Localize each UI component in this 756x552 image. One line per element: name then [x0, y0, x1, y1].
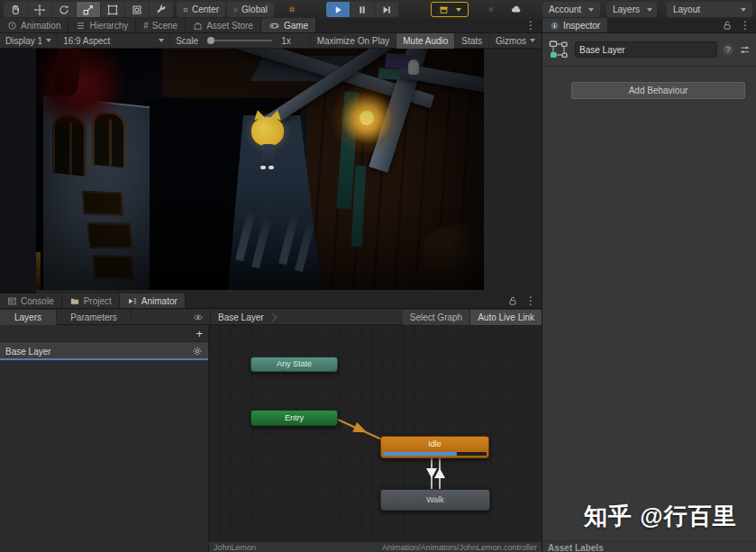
- tab-scene[interactable]: # Scene: [136, 18, 186, 32]
- layout-dropdown[interactable]: Layout: [667, 2, 752, 17]
- layout-label: Layout: [673, 5, 700, 14]
- account-dropdown[interactable]: Account: [542, 2, 600, 17]
- cloud-services-button[interactable]: [505, 2, 528, 17]
- transform-tools: [4, 2, 173, 17]
- snap-settings-button[interactable]: [281, 2, 303, 17]
- tab-label: Animator: [141, 296, 178, 306]
- breadcrumb-chevron-icon: [268, 313, 277, 322]
- state-node-walk[interactable]: Walk: [380, 489, 490, 511]
- space-toggle-button[interactable]: Global: [227, 2, 274, 17]
- animator-window-menu-icon[interactable]: ⋮: [525, 294, 536, 308]
- game-scene: [36, 49, 484, 290]
- gear-icon[interactable]: [192, 346, 203, 357]
- inspector-tabstrip: Inspector ⋮: [542, 19, 756, 33]
- mute-audio-toggle[interactable]: Mute Audio: [396, 33, 454, 49]
- tab-animator[interactable]: Animator: [120, 294, 186, 308]
- console-icon: [7, 296, 17, 306]
- hand-tool-icon[interactable]: [4, 2, 28, 17]
- layer-item-base-layer[interactable]: Base Layer: [0, 342, 208, 360]
- rect-tool-icon[interactable]: [101, 2, 125, 17]
- collab-box-icon: [438, 5, 450, 15]
- scale-label: Scale: [170, 33, 204, 49]
- pause-icon: [357, 5, 368, 15]
- play-button[interactable]: [326, 2, 351, 17]
- help-icon[interactable]: ?: [723, 44, 733, 55]
- layer-name-field[interactable]: [575, 41, 717, 58]
- account-caret-icon: [588, 8, 594, 12]
- play-icon: [332, 5, 343, 15]
- layout-caret-icon: [741, 8, 746, 12]
- add-behaviour-button[interactable]: Add Behaviour: [571, 82, 745, 99]
- state-machine-icon: [548, 39, 569, 60]
- custom-tool-icon[interactable]: [150, 2, 173, 17]
- stats-toggle[interactable]: Stats: [454, 33, 488, 49]
- scale-slider-knob[interactable]: [207, 37, 214, 44]
- pivot-toggle-button[interactable]: Center: [177, 2, 225, 17]
- move-tool-icon[interactable]: [28, 2, 52, 17]
- scale-tool-icon[interactable]: [77, 2, 101, 17]
- selected-object-name: JohnLemon: [214, 543, 256, 552]
- tab-label: Asset Store: [206, 21, 253, 31]
- scale-value: 1x: [276, 33, 296, 49]
- asset-labels-header[interactable]: Asset Labels: [542, 540, 756, 552]
- space-label: Global: [241, 5, 268, 14]
- maximize-on-play-toggle[interactable]: Maximize On Play: [310, 33, 396, 49]
- tab-label: Inspector: [563, 21, 600, 31]
- pivot-label: Center: [192, 5, 219, 14]
- layers-caret-icon: [647, 8, 652, 12]
- inspector-header: ?: [542, 33, 756, 67]
- layer-list-header: +: [0, 325, 208, 342]
- globe-icon: [233, 5, 238, 15]
- layers-dropdown[interactable]: Layers: [606, 2, 657, 17]
- account-label: Account: [549, 5, 581, 14]
- select-graph-button[interactable]: Select Graph: [403, 310, 470, 325]
- animator-tab-layers[interactable]: Layers: [0, 310, 57, 325]
- playmode-controls: [326, 2, 399, 17]
- collab-button[interactable]: [431, 2, 469, 17]
- lock-icon[interactable]: [722, 20, 733, 31]
- rotate-tool-icon[interactable]: [52, 2, 77, 17]
- entry-to-idle-arrow: [352, 422, 369, 438]
- pause-button[interactable]: [351, 2, 375, 17]
- center-pivot-icon: [183, 5, 188, 15]
- tab-asset-store[interactable]: Asset Store: [186, 18, 261, 32]
- aspect-dropdown[interactable]: 16:9 Aspect: [58, 33, 169, 49]
- state-machine-graph[interactable]: Any State Entry Idle Walk: [209, 325, 542, 541]
- graph-breadcrumb[interactable]: Base Layer: [211, 310, 283, 325]
- state-node-entry[interactable]: Entry: [250, 410, 338, 426]
- tab-animation[interactable]: Animation: [0, 18, 68, 32]
- state-node-any-state[interactable]: Any State: [250, 357, 338, 372]
- lock-icon[interactable]: [507, 295, 518, 306]
- game-window-menu-icon[interactable]: ⋮: [525, 18, 536, 32]
- animator-toolbar: Layers Parameters Base Layer Select Grap…: [0, 310, 542, 325]
- progressive-lighting-button[interactable]: [481, 2, 501, 17]
- auto-live-link-toggle[interactable]: Auto Live Link: [470, 310, 542, 325]
- gizmos-caret-icon: [530, 39, 535, 42]
- tab-label: Animation: [21, 21, 60, 31]
- game-window-tabstrip: Animation Hierarchy # Scene Asset Store …: [0, 19, 542, 33]
- tab-console[interactable]: Console: [0, 294, 62, 308]
- main-toolbar: Center Global Account Layers: [0, 0, 756, 20]
- grid-snap-icon: [287, 4, 296, 15]
- list-icon: [76, 21, 86, 31]
- presets-icon[interactable]: [739, 44, 751, 56]
- tab-inspector[interactable]: Inspector: [542, 18, 608, 32]
- aspect-caret-icon: [159, 39, 164, 42]
- animator-tab-parameters[interactable]: Parameters: [57, 310, 132, 325]
- tab-label: Scene: [152, 21, 178, 31]
- tab-hierarchy[interactable]: Hierarchy: [68, 18, 136, 32]
- display-dropdown[interactable]: Display 1: [0, 33, 57, 49]
- scale-slider[interactable]: [207, 40, 272, 41]
- lighting-icon: [487, 4, 495, 15]
- step-button[interactable]: [375, 2, 399, 17]
- controller-path: Animation/Animators/JohnLemon.controller: [382, 543, 537, 552]
- eye-icon[interactable]: [192, 312, 205, 322]
- state-node-idle[interactable]: Idle: [380, 436, 489, 458]
- add-layer-button[interactable]: +: [196, 327, 203, 340]
- inspector-menu-icon[interactable]: ⋮: [740, 18, 751, 32]
- tab-game[interactable]: Game: [261, 18, 316, 32]
- animator-layers-panel: + Base Layer: [0, 325, 209, 552]
- tab-project[interactable]: Project: [62, 294, 120, 308]
- transform-tool-icon[interactable]: [125, 2, 150, 17]
- gizmos-dropdown[interactable]: Gizmos: [488, 33, 542, 49]
